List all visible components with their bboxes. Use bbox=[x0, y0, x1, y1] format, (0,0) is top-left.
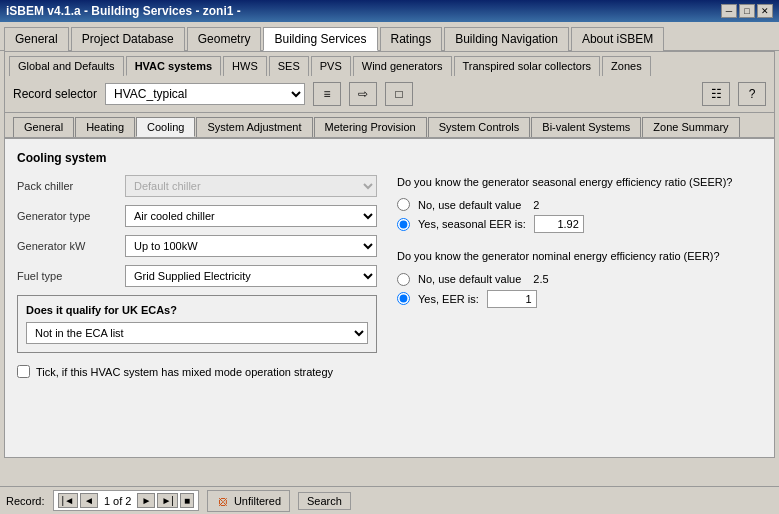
seer-yes-radio[interactable] bbox=[397, 218, 410, 231]
inner-tab-system-adjustment[interactable]: System Adjustment bbox=[196, 117, 312, 137]
sub-tab-ses[interactable]: SES bbox=[269, 56, 309, 76]
generator-type-select[interactable]: Air cooled chiller bbox=[125, 205, 377, 227]
seer-yes-row: Yes, seasonal EER is: 1.92 bbox=[397, 215, 762, 233]
sub-tabs: Global and Defaults HVAC systems HWS SES… bbox=[4, 51, 775, 76]
next-record-btn[interactable]: ► bbox=[137, 493, 155, 508]
inner-tab-heating[interactable]: Heating bbox=[75, 117, 135, 137]
fuel-type-label: Fuel type bbox=[17, 270, 117, 282]
sub-tab-transpired[interactable]: Transpired solar collectors bbox=[454, 56, 601, 76]
inner-tab-metering[interactable]: Metering Provision bbox=[314, 117, 427, 137]
seer-no-radio[interactable] bbox=[397, 198, 410, 211]
app-title: iSBEM v4.1.a - Building Services - zoni1… bbox=[6, 4, 241, 18]
generator-type-row: Generator type Air cooled chiller bbox=[17, 205, 377, 227]
eca-select[interactable]: Not in the ECA list bbox=[26, 322, 368, 344]
inner-tab-bivalent[interactable]: Bi-valent Systems bbox=[531, 117, 641, 137]
stop-record-btn[interactable]: ■ bbox=[180, 493, 194, 508]
inner-tab-zone-summary[interactable]: Zone Summary bbox=[642, 117, 739, 137]
eer-question: Do you know the generator nominal energy… bbox=[397, 249, 762, 264]
pack-chiller-select: Default chiller bbox=[125, 175, 377, 197]
tab-general[interactable]: General bbox=[4, 27, 69, 51]
tab-building-navigation[interactable]: Building Navigation bbox=[444, 27, 569, 51]
close-button[interactable]: ✕ bbox=[757, 4, 773, 18]
seer-yes-input[interactable]: 1.92 bbox=[534, 215, 584, 233]
eer-yes-radio[interactable] bbox=[397, 292, 410, 305]
search-button[interactable]: Search bbox=[298, 492, 351, 510]
unfiltered-label: Unfiltered bbox=[234, 495, 281, 507]
eer-yes-input[interactable]: 1 bbox=[487, 290, 537, 308]
eer-no-label: No, use default value bbox=[418, 273, 521, 285]
form-section: Pack chiller Default chiller Generator t… bbox=[17, 175, 762, 378]
record-nav: |◄ ◄ 1 of 2 ► ►| ■ bbox=[53, 490, 199, 511]
record-label: Record: bbox=[6, 495, 45, 507]
eer-no-value: 2.5 bbox=[533, 273, 548, 285]
eer-yes-label: Yes, EER is: bbox=[418, 293, 479, 305]
eer-no-row: No, use default value 2.5 bbox=[397, 273, 762, 286]
inner-tab-system-controls[interactable]: System Controls bbox=[428, 117, 531, 137]
record-selector-label: Record selector bbox=[13, 87, 97, 101]
section-title: Cooling system bbox=[17, 151, 762, 165]
fuel-type-row: Fuel type Grid Supplied Electricity bbox=[17, 265, 377, 287]
eca-title: Does it qualify for UK ECAs? bbox=[26, 304, 368, 316]
seer-question: Do you know the generator seasonal energ… bbox=[397, 175, 762, 190]
mixed-mode-checkbox[interactable] bbox=[17, 365, 30, 378]
right-panel: Do you know the generator seasonal energ… bbox=[397, 175, 762, 378]
inner-tabs: General Heating Cooling System Adjustmen… bbox=[4, 113, 775, 138]
eca-box: Does it qualify for UK ECAs? Not in the … bbox=[17, 295, 377, 353]
generator-kw-select[interactable]: Up to 100kW bbox=[125, 235, 377, 257]
eer-yes-row: Yes, EER is: 1 bbox=[397, 290, 762, 308]
main-panel: Cooling system Pack chiller Default chil… bbox=[4, 138, 775, 458]
record-select[interactable]: HVAC_typical bbox=[105, 83, 305, 105]
prev-record-btn[interactable]: ◄ bbox=[80, 493, 98, 508]
seer-no-label: No, use default value bbox=[418, 199, 521, 211]
window-controls: ─ □ ✕ bbox=[721, 4, 773, 18]
inner-tab-general[interactable]: General bbox=[13, 117, 74, 137]
inner-tab-cooling[interactable]: Cooling bbox=[136, 117, 195, 137]
mixed-mode-row: Tick, if this HVAC system has mixed mode… bbox=[17, 365, 377, 378]
left-panel: Pack chiller Default chiller Generator t… bbox=[17, 175, 377, 378]
pack-chiller-row: Pack chiller Default chiller bbox=[17, 175, 377, 197]
tool-btn-3[interactable]: □ bbox=[385, 82, 413, 106]
eer-section: Do you know the generator nominal energy… bbox=[397, 249, 762, 307]
tool-btn-grid[interactable]: ☷ bbox=[702, 82, 730, 106]
maximize-button[interactable]: □ bbox=[739, 4, 755, 18]
seer-no-value: 2 bbox=[533, 199, 539, 211]
minimize-button[interactable]: ─ bbox=[721, 4, 737, 18]
seer-yes-label: Yes, seasonal EER is: bbox=[418, 218, 526, 230]
sub-tab-zones[interactable]: Zones bbox=[602, 56, 651, 76]
generator-type-label: Generator type bbox=[17, 210, 117, 222]
first-record-btn[interactable]: |◄ bbox=[58, 493, 79, 508]
status-bar: Record: |◄ ◄ 1 of 2 ► ►| ■ ⦻ Unfiltered … bbox=[0, 486, 779, 514]
unfiltered-button[interactable]: ⦻ Unfiltered bbox=[207, 490, 290, 512]
tab-about-isbem[interactable]: About iSBEM bbox=[571, 27, 664, 51]
mixed-mode-label: Tick, if this HVAC system has mixed mode… bbox=[36, 366, 333, 378]
tab-ratings[interactable]: Ratings bbox=[380, 27, 443, 51]
generator-kw-label: Generator kW bbox=[17, 240, 117, 252]
tool-btn-2[interactable]: ⇨ bbox=[349, 82, 377, 106]
sub-tab-hvac[interactable]: HVAC systems bbox=[126, 56, 221, 76]
sub-tab-hws[interactable]: HWS bbox=[223, 56, 267, 76]
funnel-icon: ⦻ bbox=[216, 493, 230, 509]
sub-tab-pvs[interactable]: PVS bbox=[311, 56, 351, 76]
eer-no-radio[interactable] bbox=[397, 273, 410, 286]
generator-kw-row: Generator kW Up to 100kW bbox=[17, 235, 377, 257]
tab-project-database[interactable]: Project Database bbox=[71, 27, 185, 51]
record-count: 1 of 2 bbox=[104, 495, 132, 507]
pack-chiller-label: Pack chiller bbox=[17, 180, 117, 192]
sub-tab-wind[interactable]: Wind generators bbox=[353, 56, 452, 76]
menu-tabs: General Project Database Geometry Buildi… bbox=[0, 22, 779, 51]
title-bar: iSBEM v4.1.a - Building Services - zoni1… bbox=[0, 0, 779, 22]
tool-btn-1[interactable]: ≡ bbox=[313, 82, 341, 106]
fuel-type-select[interactable]: Grid Supplied Electricity bbox=[125, 265, 377, 287]
record-bar: Record selector HVAC_typical ≡ ⇨ □ ☷ ? bbox=[4, 76, 775, 113]
last-record-btn[interactable]: ►| bbox=[157, 493, 178, 508]
tab-building-services[interactable]: Building Services bbox=[263, 27, 377, 51]
seer-section: Do you know the generator seasonal energ… bbox=[397, 175, 762, 233]
seer-no-row: No, use default value 2 bbox=[397, 198, 762, 211]
tool-btn-help[interactable]: ? bbox=[738, 82, 766, 106]
tab-geometry[interactable]: Geometry bbox=[187, 27, 262, 51]
sub-tab-global[interactable]: Global and Defaults bbox=[9, 56, 124, 76]
